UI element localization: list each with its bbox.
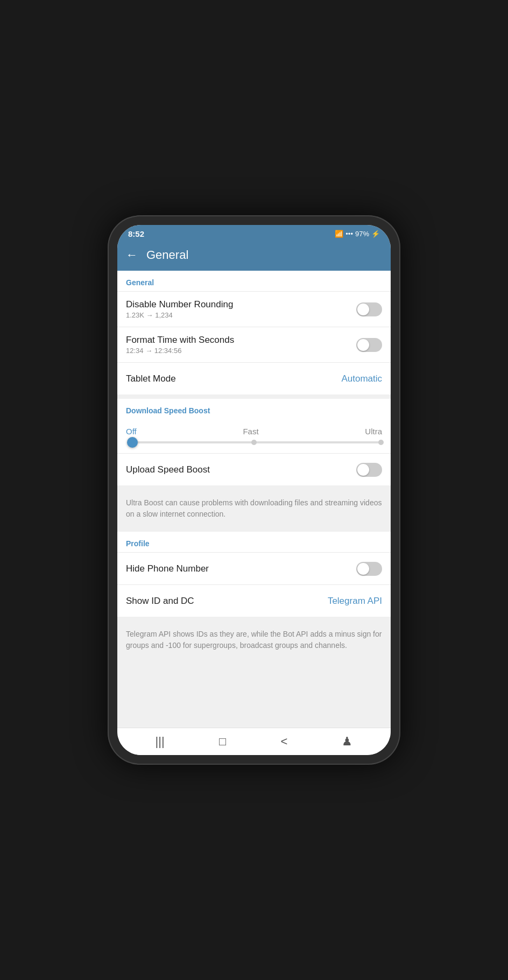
format-time-row: Format Time with Seconds 12:34 → 12:34:5…	[117, 327, 391, 362]
hide-phone-row: Hide Phone Number	[117, 552, 391, 584]
tablet-mode-row[interactable]: Tablet Mode Automatic	[117, 362, 391, 394]
profile-section-header: Profile	[117, 532, 391, 552]
slider-thumb[interactable]	[127, 437, 138, 448]
wifi-icon: 📶	[335, 230, 343, 238]
disable-number-rounding-sublabel: 1.23K → 1,234	[126, 311, 356, 319]
upload-speed-boost-toggle[interactable]	[356, 463, 382, 477]
format-time-label: Format Time with Seconds	[126, 335, 356, 346]
speed-boost-slider-container: Off Fast Ultra	[117, 419, 391, 453]
disable-number-rounding-toggle[interactable]	[356, 302, 382, 316]
header: ← General	[117, 242, 391, 271]
page-title: General	[146, 248, 188, 262]
status-bar: 8:52 📶 ••• 97% ⚡	[117, 225, 391, 242]
show-id-dc-value[interactable]: Telegram API	[328, 596, 382, 607]
disable-number-rounding-row: Disable Number Rounding 1.23K → 1,234	[117, 291, 391, 327]
slider-labels: Off Fast Ultra	[126, 427, 382, 436]
hide-phone-label: Hide Phone Number	[126, 563, 209, 574]
profile-section: Profile Hide Phone Number Show ID and DC…	[117, 532, 391, 617]
telegram-api-info-text: Telegram API shows IDs as they are, whil…	[126, 630, 382, 650]
phone-screen: 8:52 📶 ••• 97% ⚡ ← General General Disab…	[117, 225, 391, 755]
download-speed-boost-section: Download Speed Boost Off Fast Ultra	[117, 399, 391, 485]
phone-shell: 8:52 📶 ••• 97% ⚡ ← General General Disab…	[108, 215, 400, 765]
slider-label-ultra: Ultra	[365, 427, 382, 436]
signal-icon: •••	[345, 230, 353, 238]
status-icons: 📶 ••• 97% ⚡	[335, 230, 380, 238]
format-time-toggle[interactable]	[356, 338, 382, 352]
slider-label-fast: Fast	[243, 427, 258, 436]
show-id-dc-label: Show ID and DC	[126, 596, 194, 607]
disable-number-rounding-label: Disable Number Rounding	[126, 299, 356, 310]
accessibility-icon[interactable]: ♟	[342, 735, 352, 749]
format-time-label-block: Format Time with Seconds 12:34 → 12:34:5…	[126, 335, 356, 355]
slider-dot-ultra	[378, 440, 384, 445]
ultra-boost-info-text: Ultra Boost can cause problems with down…	[126, 498, 382, 518]
back-nav-icon[interactable]: <	[280, 735, 287, 749]
disable-number-rounding-label-block: Disable Number Rounding 1.23K → 1,234	[126, 299, 356, 319]
slider-label-off: Off	[126, 427, 137, 436]
back-button[interactable]: ←	[126, 248, 138, 262]
general-section: General Disable Number Rounding 1.23K → …	[117, 271, 391, 394]
slider-dot-fast	[251, 440, 257, 445]
upload-speed-boost-label: Upload Speed Boost	[126, 464, 210, 475]
telegram-api-info-box: Telegram API shows IDs as they are, whil…	[117, 621, 391, 659]
recent-apps-icon[interactable]: |||	[156, 735, 165, 749]
format-time-sublabel: 12:34 → 12:34:56	[126, 347, 356, 355]
battery-text: 97%	[355, 230, 369, 238]
general-section-header: General	[117, 271, 391, 291]
bottom-nav: ||| □ < ♟	[117, 728, 391, 755]
show-id-dc-row[interactable]: Show ID and DC Telegram API	[117, 584, 391, 617]
content-area: General Disable Number Rounding 1.23K → …	[117, 271, 391, 728]
home-icon[interactable]: □	[219, 735, 226, 749]
upload-speed-boost-row: Upload Speed Boost	[117, 453, 391, 485]
download-speed-boost-header: Download Speed Boost	[117, 399, 391, 419]
tablet-mode-value[interactable]: Automatic	[341, 373, 382, 384]
tablet-mode-label: Tablet Mode	[126, 373, 176, 384]
battery-icon: ⚡	[371, 230, 380, 238]
ultra-boost-info-box: Ultra Boost can cause problems with down…	[117, 490, 391, 527]
status-time: 8:52	[128, 229, 144, 238]
slider-track[interactable]	[127, 441, 381, 443]
hide-phone-toggle[interactable]	[356, 562, 382, 576]
